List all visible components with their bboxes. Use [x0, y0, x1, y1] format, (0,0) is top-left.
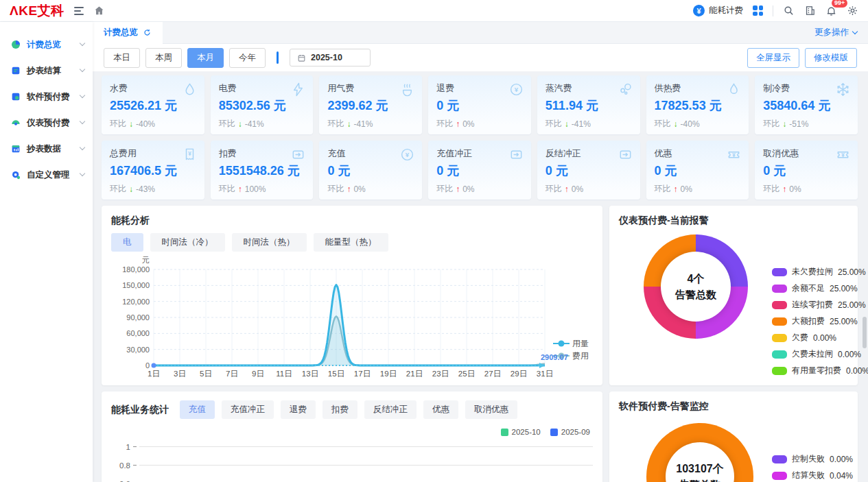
sidebar-item-label: 计费总览 — [27, 39, 61, 51]
legend-swatch — [772, 350, 787, 359]
settings-gear-icon[interactable] — [847, 5, 858, 16]
legend-item[interactable]: 控制失败 0.00% — [772, 453, 853, 465]
month-value: 2025-10 — [311, 53, 342, 62]
apps-grid-icon[interactable] — [753, 5, 763, 16]
svg-text:120,000: 120,000 — [122, 298, 150, 306]
svg-text:29日: 29日 — [511, 370, 527, 378]
sidebar-item-icon — [10, 65, 21, 76]
chevron-down-icon — [80, 67, 85, 72]
date-range-button[interactable]: 本周 — [145, 48, 182, 68]
svg-text:23日: 23日 — [432, 370, 449, 378]
month-picker[interactable]: 2025-10 — [290, 49, 371, 67]
legend-item[interactable]: 结算失败 0.04% — [772, 470, 853, 481]
software-alarm-donut[interactable]: 103107个 告警总数 — [646, 423, 753, 482]
legend-item[interactable]: 余额不足 25.00% — [772, 282, 868, 294]
meter-alarm-donut[interactable]: 4个 告警总数 — [644, 234, 748, 339]
date-range-button[interactable]: 本月 — [187, 48, 224, 68]
recharge-coin-icon — [402, 149, 413, 160]
sidebar-item[interactable]: 自定义管理 — [0, 162, 93, 188]
business-tab[interactable]: 取消优惠 — [465, 400, 517, 419]
legend-item[interactable]: 2025-09 — [550, 428, 590, 436]
stat-card-value: 25526.21 元 — [110, 97, 196, 114]
svg-text:25日: 25日 — [458, 370, 475, 378]
organization-icon[interactable] — [804, 5, 816, 16]
refresh-icon[interactable] — [143, 28, 152, 37]
energy-tab[interactable]: 时间法（热） — [232, 233, 307, 252]
date-range-button[interactable]: 今年 — [229, 48, 266, 68]
app-switcher-chip[interactable]: ¥ 能耗计费 — [693, 5, 743, 16]
energy-tab[interactable]: 能量型（热） — [314, 233, 388, 252]
stat-card-value: 2399.62 元 — [327, 97, 414, 114]
alarm-bell-icon[interactable]: 99+ — [825, 5, 837, 16]
business-tabs: 充值充值冲正退费扣费反结冲正优惠取消优惠 — [180, 400, 517, 419]
legend-item[interactable]: 2025-10 — [501, 428, 541, 436]
stat-card[interactable]: 优惠 0 元 环比 ↑ 0% — [646, 141, 749, 200]
home-icon[interactable] — [93, 5, 105, 16]
svg-text:27日: 27日 — [484, 370, 501, 378]
trend-arrow: ↓ — [129, 184, 133, 194]
brand-logo: ΛKE艾科 — [10, 2, 64, 20]
stat-card[interactable]: 扣费 1551548.26 元 环比 ↑ 100% — [211, 141, 314, 200]
sidebar-item[interactable]: 抄表数据 — [0, 136, 93, 162]
energy-tab[interactable]: 时间法（冷） — [150, 233, 225, 252]
svg-text:90,000: 90,000 — [126, 313, 150, 322]
panel-title: 仪表预付费-当前报警 — [619, 215, 848, 227]
svg-text:11日: 11日 — [276, 370, 292, 378]
meter-alarm-panel: 仪表预付费-当前报警 4个 告警总数 未欠费拉闸 — [609, 206, 858, 385]
sidebar-item[interactable]: 仪表预付费 — [0, 110, 93, 136]
sidebar-item-icon — [10, 91, 21, 102]
legend-item[interactable]: 有用量零扣费 0.00% — [772, 365, 868, 376]
sidebar-item[interactable]: 抄表结算 — [0, 58, 93, 84]
legend-item[interactable]: 大额扣费 25.00% — [772, 315, 868, 327]
stat-card[interactable]: 充值 0 元 环比 ↑ 0% — [319, 141, 422, 200]
sidebar-item[interactable]: 软件预付费 — [0, 84, 93, 110]
stat-card[interactable]: 制冷费 35840.64 元 环比 ↓ -51% — [755, 75, 858, 134]
legend-label: 结算失败 — [792, 470, 825, 481]
legend-item[interactable]: 连续零扣费 25.00% — [772, 299, 868, 311]
business-tab[interactable]: 优惠 — [423, 400, 458, 419]
legend-label: 未欠费拉闸 — [792, 266, 833, 278]
content: 水费 25526.21 元 环比 ↓ -40% 电费 85302.56 元 — [93, 71, 868, 482]
business-tab[interactable]: 充值冲正 — [222, 400, 274, 419]
legend-item[interactable]: 未欠费拉闸 25.00% — [772, 266, 868, 278]
chevron-down-icon — [80, 171, 85, 176]
sidebar-item[interactable]: 计费总览 — [0, 32, 93, 58]
stat-card[interactable]: 反结冲正 0 元 环比 ↑ 0% — [537, 141, 640, 200]
meter-settlement-icon — [12, 67, 20, 75]
sidebar-item-label: 自定义管理 — [27, 169, 70, 181]
business-tab[interactable]: 退费 — [281, 400, 316, 419]
fullscreen-button[interactable]: 全屏显示 — [747, 48, 799, 68]
search-icon[interactable] — [783, 5, 795, 16]
stat-card[interactable]: 蒸汽费 511.94 元 环比 ↓ -41% — [537, 75, 640, 134]
stat-card-trend: 环比 ↑ 100% — [219, 183, 305, 195]
alarm-count-badge: 99+ — [832, 0, 847, 8]
business-tab[interactable]: 充值 — [180, 400, 215, 419]
stat-card[interactable]: 水费 25526.21 元 环比 ↓ -40% — [102, 75, 204, 134]
page-tabstrip: 计费总览 更多操作 — [93, 22, 868, 44]
business-tab[interactable]: 扣费 — [322, 400, 357, 419]
legend-item[interactable]: 欠费 0.00% — [772, 332, 868, 344]
panel-title: 能耗分析 — [111, 215, 593, 227]
collapse-menu-icon[interactable] — [73, 5, 85, 16]
stat-card[interactable]: 取消优惠 0 元 环比 ↑ 0% — [755, 141, 858, 200]
stat-card[interactable]: 供热费 17825.53 元 环比 ↓ -40% — [646, 75, 749, 134]
stat-card-trend: 环比 ↓ -51% — [763, 118, 849, 130]
business-tab[interactable]: 反结冲正 — [364, 400, 417, 419]
stat-card[interactable]: 退费 0 元 环比 ↑ 0% — [428, 75, 531, 134]
scrollbar-thumb[interactable] — [863, 317, 867, 348]
date-range-button[interactable]: 本日 — [104, 48, 140, 68]
stat-card[interactable]: 用气费 2399.62 元 环比 ↓ -41% — [319, 75, 422, 134]
more-actions-button[interactable]: 更多操作 — [814, 27, 857, 38]
stat-card[interactable]: 总费用 167406.5 元 环比 ↓ -43% — [102, 141, 204, 200]
edit-template-button[interactable]: 修改模版 — [805, 48, 857, 68]
legend-item[interactable]: 欠费未拉闸 0.00% — [772, 348, 868, 360]
tab-billing-overview[interactable]: 计费总览 — [93, 22, 163, 44]
energy-tab[interactable]: 电 — [111, 233, 143, 252]
svg-text:19日: 19日 — [380, 370, 397, 378]
recharge-reverse-icon — [511, 151, 521, 158]
sidebar-item-label: 仪表预付费 — [27, 117, 70, 129]
stat-card[interactable]: 充值冲正 0 元 环比 ↑ 0% — [428, 141, 531, 200]
stat-card[interactable]: 电费 85302.56 元 环比 ↓ -41% — [211, 75, 314, 134]
trend-arrow: ↑ — [456, 119, 460, 129]
deduct-wallet-icon — [294, 151, 303, 158]
